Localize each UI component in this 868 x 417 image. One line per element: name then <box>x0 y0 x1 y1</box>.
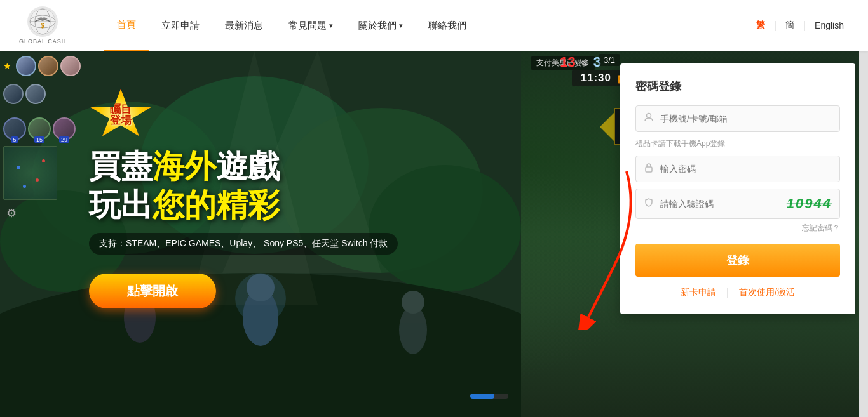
hud-avatar-2 <box>38 56 58 76</box>
svg-rect-21 <box>470 394 494 399</box>
nav-item-faq[interactable]: 常見問題 ▾ <box>276 0 346 51</box>
nav-item-apply[interactable]: 立即申請 <box>149 0 212 51</box>
shield-icon <box>644 197 654 210</box>
nav-lang: 繁 ｜ 簡 ｜ English <box>751 19 849 32</box>
hero-content: 矚目 登場 買盡海外遊戲 玩出您的精彩 支持：STEAM、EPIC GAMES、… <box>89 89 398 308</box>
svg-rect-24 <box>646 167 652 172</box>
password-field-container <box>635 156 840 182</box>
score-red: 13 <box>560 54 575 70</box>
captcha-code: 10944 <box>787 195 832 212</box>
hud-avatar-3 <box>60 56 81 76</box>
hud-star-icon: ★ <box>3 61 11 71</box>
hud-time: 11:30 <box>572 70 620 86</box>
login-footer: 新卡申請 ｜ 首次使用/激活 <box>635 286 840 299</box>
nav-links: 首頁 立即申請 最新消息 常見問題 ▾ 關於我們 ▾ 聯絡我們 <box>104 0 751 51</box>
logo-icon: $ <box>27 6 58 37</box>
hud-score: 13 ⊗ 3 <box>560 54 601 70</box>
logo[interactable]: $ GLOBAL CASH <box>19 6 66 44</box>
navbar: $ GLOBAL CASH 首頁 立即申請 最新消息 常見問題 ▾ 關於我們 ▾… <box>0 0 868 51</box>
svg-text:$: $ <box>41 22 44 29</box>
nav-item-home[interactable]: 首頁 <box>104 0 149 51</box>
lang-divider-1: ｜ <box>770 19 780 32</box>
login-button[interactable]: 登錄 <box>635 244 840 277</box>
footer-divider: ｜ <box>722 286 733 299</box>
hud-avatar-1 <box>16 56 36 76</box>
new-card-link[interactable]: 新卡申請 <box>681 287 716 298</box>
minimap <box>3 146 57 200</box>
lang-divider-2: ｜ <box>799 19 810 32</box>
hero-title-line2: 玩出您的精彩 <box>89 188 398 223</box>
page-indicator: 3/1 <box>599 54 620 66</box>
scrollbar[interactable] <box>859 0 868 417</box>
hero-cta-button[interactable]: 點擊開啟 <box>89 274 216 308</box>
username-field-container <box>635 105 840 132</box>
nav-item-contact[interactable]: 聯絡我們 <box>416 0 479 51</box>
user-icon <box>644 112 654 125</box>
hero-subtitle: 支持：STEAM、EPIC GAMES、Uplay、 Sony PS5、任天堂 … <box>89 233 398 255</box>
captcha-field-container: 10944 <box>635 189 840 219</box>
lang-simp[interactable]: 簡 <box>780 20 799 31</box>
hud-avatar-5 <box>25 84 46 104</box>
nav-item-news[interactable]: 最新消息 <box>212 0 276 51</box>
login-title: 密碼登錄 <box>635 79 840 94</box>
game-card-left-arrow <box>600 113 614 141</box>
hud-level-label: 5 <box>11 136 18 143</box>
score-vs: ⊗ <box>581 57 588 67</box>
password-input[interactable] <box>660 164 832 174</box>
svg-point-23 <box>647 114 651 118</box>
forgot-password-link[interactable]: 忘記密碼？ <box>635 223 840 234</box>
hero-section: ★ 5 15 29 <box>0 51 868 417</box>
hero-badge: 矚目 登場 <box>89 89 153 141</box>
svg-point-16 <box>402 291 424 314</box>
lang-trad[interactable]: 繁 <box>751 20 770 31</box>
hud-avatar-4 <box>3 84 24 104</box>
lang-english[interactable]: English <box>810 20 849 30</box>
faq-chevron-icon: ▾ <box>329 0 333 51</box>
login-panel: 密碼登錄 禮品卡請下載手機App登錄 <box>620 63 855 314</box>
hud-level-label-2: 15 <box>34 136 44 143</box>
gear-icon[interactable]: ⚙ <box>6 206 17 220</box>
lock-icon <box>644 162 654 175</box>
login-hint: 禮品卡請下載手機App登錄 <box>635 138 840 149</box>
captcha-input[interactable] <box>660 199 780 209</box>
hero-title-line1: 買盡海外遊戲 <box>89 149 398 184</box>
activate-link[interactable]: 首次使用/激活 <box>739 287 795 298</box>
nav-item-about[interactable]: 關於我們 ▾ <box>346 0 416 51</box>
about-chevron-icon: ▾ <box>399 0 403 51</box>
hud-level-label-3: 29 <box>59 136 69 143</box>
logo-text: GLOBAL CASH <box>19 38 66 44</box>
username-input[interactable] <box>660 114 832 124</box>
